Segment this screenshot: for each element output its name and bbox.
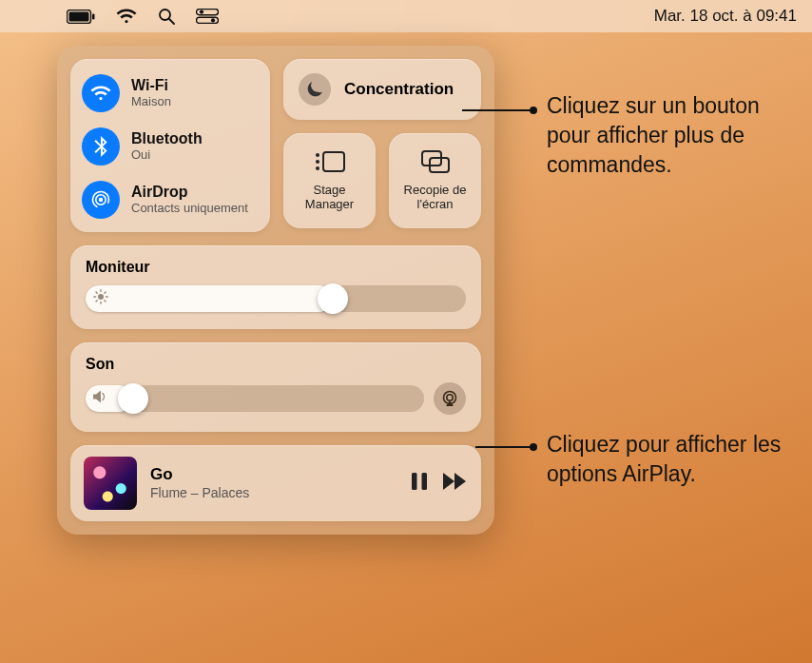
wifi-row[interactable]: Wi-Fi Maison: [82, 68, 259, 118]
stage-manager-label: Stage Manager: [289, 184, 370, 212]
airdrop-row[interactable]: AirDrop Contacts uniquement: [82, 175, 259, 224]
callout-airplay: Cliquez pour afficher les options AirPla…: [547, 430, 808, 489]
svg-point-6: [200, 10, 203, 14]
airplay-audio-button[interactable]: [434, 382, 466, 415]
sound-title: Son: [86, 356, 466, 373]
track-title: Go: [150, 465, 397, 484]
svg-rect-29: [412, 473, 417, 490]
control-center-panel: Wi-Fi Maison Bluetooth Oui AirDrop: [57, 46, 494, 535]
airdrop-icon: [82, 181, 120, 219]
next-track-button[interactable]: [443, 473, 468, 494]
menubar-date[interactable]: Mar. 18 oct. à 09:41: [654, 7, 797, 26]
wifi-title: Wi-Fi: [131, 77, 171, 94]
svg-point-9: [99, 198, 103, 202]
focus-tile[interactable]: Concentration: [283, 59, 481, 120]
control-center-icon[interactable]: [196, 9, 219, 24]
callout-focus: Cliquez sur un bouton pour afficher plus…: [547, 91, 803, 180]
svg-rect-2: [92, 13, 95, 19]
bluetooth-row[interactable]: Bluetooth Oui: [82, 122, 259, 171]
volume-icon: [93, 390, 108, 407]
callout-line: [462, 109, 536, 111]
svg-line-25: [96, 301, 97, 302]
stage-manager-icon: [314, 149, 346, 178]
callout-line: [475, 446, 536, 448]
now-playing-tile[interactable]: Go Flume – Palaces: [70, 445, 481, 521]
pause-button[interactable]: [411, 472, 428, 495]
screen-mirroring-tile[interactable]: Recopie de l'écran: [389, 133, 481, 228]
wifi-icon: [116, 9, 137, 24]
airdrop-title: AirDrop: [131, 184, 248, 201]
svg-rect-1: [69, 11, 89, 21]
screen-mirroring-icon: [419, 149, 452, 178]
album-art: [84, 457, 137, 510]
screen-mirroring-label: Recopie de l'écran: [395, 184, 475, 212]
svg-point-13: [316, 153, 319, 157]
wifi-icon: [82, 74, 120, 112]
display-title: Moniteur: [86, 259, 466, 276]
svg-point-3: [160, 10, 170, 20]
svg-line-24: [105, 301, 106, 302]
track-artist: Flume – Palaces: [150, 485, 397, 501]
bluetooth-sub: Oui: [131, 148, 203, 163]
svg-rect-12: [323, 152, 344, 171]
focus-label: Concentration: [344, 80, 454, 99]
svg-point-14: [316, 160, 319, 164]
stage-manager-tile[interactable]: Stage Manager: [283, 133, 376, 228]
menubar: Mar. 18 oct. à 09:41: [0, 0, 812, 32]
spotlight-icon[interactable]: [158, 8, 175, 25]
display-slider[interactable]: [86, 285, 466, 312]
svg-line-4: [169, 19, 174, 24]
svg-line-23: [96, 292, 97, 293]
bluetooth-title: Bluetooth: [131, 130, 203, 147]
svg-rect-30: [422, 473, 428, 490]
display-tile: Moniteur: [70, 245, 481, 329]
battery-icon: [67, 10, 95, 24]
sound-tile: Son: [70, 342, 481, 432]
svg-point-15: [316, 166, 319, 170]
brightness-icon: [93, 289, 108, 308]
connectivity-tile[interactable]: Wi-Fi Maison Bluetooth Oui AirDrop: [70, 59, 270, 232]
airdrop-sub: Contacts uniquement: [131, 202, 248, 216]
svg-point-28: [447, 395, 453, 400]
svg-line-26: [105, 292, 106, 293]
svg-point-18: [98, 294, 104, 300]
bluetooth-icon: [82, 127, 120, 166]
svg-point-8: [211, 18, 215, 22]
moon-icon: [299, 73, 331, 106]
wifi-sub: Maison: [131, 95, 171, 109]
sound-slider[interactable]: [86, 385, 424, 412]
